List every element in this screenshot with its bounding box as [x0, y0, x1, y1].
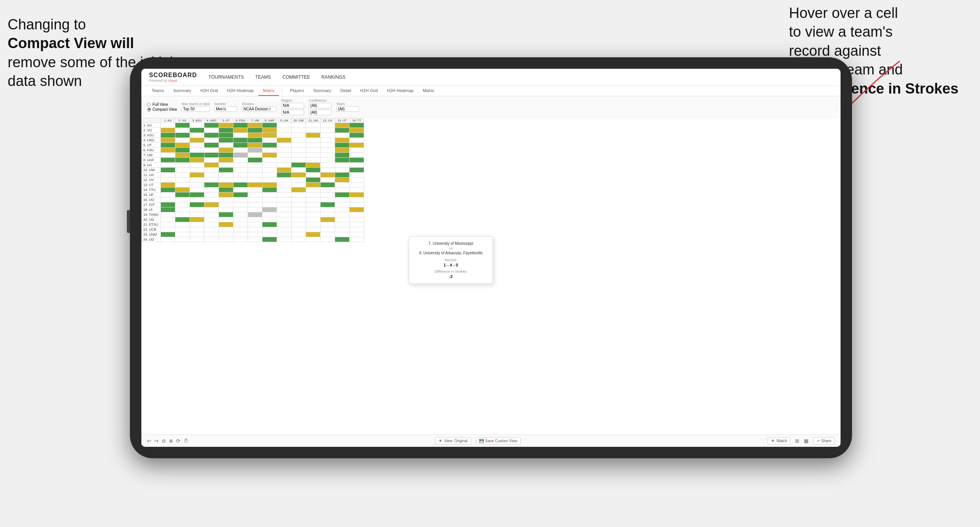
cell-23-10[interactable] — [292, 232, 306, 237]
layout-icon[interactable]: ▦ — [804, 438, 808, 444]
cell-13-14[interactable] — [350, 183, 364, 188]
cell-24-1[interactable] — [161, 237, 175, 242]
cell-6-1[interactable] — [161, 148, 175, 153]
conference-select1[interactable]: (All) — [309, 103, 332, 108]
cell-22-14[interactable] — [350, 227, 364, 232]
cell-5-6[interactable] — [233, 143, 248, 148]
cell-21-6[interactable] — [233, 222, 248, 227]
cell-20-2[interactable] — [175, 217, 190, 222]
cell-10-5[interactable] — [219, 168, 233, 173]
cell-2-6[interactable] — [233, 128, 248, 133]
cell-16-2[interactable] — [175, 197, 190, 202]
cell-6-10[interactable] — [292, 148, 306, 153]
subnav-h2hheatmap1[interactable]: H2H Heatmap — [222, 86, 258, 96]
cell-2-8[interactable] — [262, 128, 277, 133]
cell-8-8[interactable] — [262, 158, 277, 163]
cell-5-11[interactable] — [306, 143, 321, 148]
cell-23-2[interactable] — [175, 232, 190, 237]
cell-16-6[interactable] — [233, 197, 248, 202]
cell-18-3[interactable] — [190, 207, 204, 212]
cell-16-5[interactable] — [219, 197, 233, 202]
cell-24-9[interactable] — [277, 237, 292, 242]
cell-1-13[interactable] — [335, 123, 350, 128]
cell-11-12[interactable] — [321, 173, 335, 178]
cell-4-3[interactable] — [190, 138, 204, 143]
cell-20-5[interactable] — [219, 217, 233, 222]
cell-9-9[interactable] — [277, 163, 292, 168]
cell-21-1[interactable] — [161, 222, 175, 227]
cell-16-1[interactable] — [161, 197, 175, 202]
cell-20-7[interactable] — [248, 217, 262, 222]
cell-5-7[interactable] — [248, 143, 262, 148]
cell-14-10[interactable] — [292, 188, 306, 192]
cell-18-2[interactable] — [175, 207, 190, 212]
cell-18-7[interactable] — [248, 207, 262, 212]
cell-17-14[interactable] — [350, 202, 364, 207]
cell-3-3[interactable] — [190, 133, 204, 138]
cell-6-2[interactable] — [175, 148, 190, 153]
cell-17-2[interactable] — [175, 202, 190, 207]
cell-8-10[interactable] — [292, 158, 306, 163]
share-button[interactable]: ↗ Share — [813, 437, 835, 445]
cell-11-1[interactable] — [161, 173, 175, 178]
cell-1-7[interactable] — [248, 123, 262, 128]
cell-6-11[interactable] — [306, 148, 321, 153]
cell-8-12[interactable] — [321, 158, 335, 163]
cell-5-4[interactable] — [204, 143, 219, 148]
cell-20-11[interactable] — [306, 217, 321, 222]
cell-15-5[interactable] — [219, 192, 233, 197]
cell-20-6[interactable] — [233, 217, 248, 222]
grid-icon[interactable]: ⊞ — [795, 438, 799, 444]
cell-21-7[interactable] — [248, 222, 262, 227]
gender-select[interactable]: Men's — [214, 106, 237, 112]
cell-2-7[interactable] — [248, 128, 262, 133]
cell-13-11[interactable] — [306, 183, 321, 188]
full-view-option[interactable]: Full View — [147, 102, 177, 107]
cell-19-6[interactable] — [233, 212, 248, 217]
subnav-summary2[interactable]: Summary — [309, 86, 336, 96]
nav-committee[interactable]: COMMITTEE — [282, 74, 310, 81]
cell-3-8[interactable] — [262, 133, 277, 138]
cell-6-13[interactable] — [335, 148, 350, 153]
cell-7-3[interactable] — [190, 153, 204, 158]
cell-3-11[interactable] — [306, 133, 321, 138]
nav-rankings[interactable]: RANKINGS — [321, 74, 345, 81]
cell-18-10[interactable] — [292, 207, 306, 212]
cell-7-5[interactable] — [219, 153, 233, 158]
cell-19-7[interactable] — [248, 212, 262, 217]
cell-7-9[interactable] — [277, 153, 292, 158]
cell-14-7[interactable] — [248, 188, 262, 192]
subnav-h2hgrid1[interactable]: H2H Grid — [196, 86, 222, 96]
cell-18-12[interactable] — [321, 207, 335, 212]
cell-9-3[interactable] — [190, 163, 204, 168]
cell-13-8[interactable] — [262, 183, 277, 188]
cell-19-11[interactable] — [306, 212, 321, 217]
cell-17-3[interactable] — [190, 202, 204, 207]
cell-8-6[interactable] — [233, 158, 248, 163]
cell-8-3[interactable] — [190, 158, 204, 163]
cell-12-9[interactable] — [277, 178, 292, 183]
cell-13-4[interactable] — [204, 183, 219, 188]
cell-8-14[interactable] — [350, 158, 364, 163]
cell-22-11[interactable] — [306, 227, 321, 232]
cell-11-9[interactable] — [277, 173, 292, 178]
cell-17-1[interactable] — [161, 202, 175, 207]
cell-16-3[interactable] — [190, 197, 204, 202]
cell-20-4[interactable] — [204, 217, 219, 222]
cell-12-13[interactable] — [335, 178, 350, 183]
subnav-h2hheatmap2[interactable]: H2H Heatmap — [382, 86, 418, 96]
team-select[interactable]: (All) — [336, 106, 359, 112]
cell-3-2[interactable] — [175, 133, 190, 138]
cell-12-10[interactable] — [292, 178, 306, 183]
cell-20-3[interactable] — [190, 217, 204, 222]
cell-4-2[interactable] — [175, 138, 190, 143]
cell-15-2[interactable] — [175, 192, 190, 197]
cell-5-13[interactable] — [335, 143, 350, 148]
cell-22-13[interactable] — [335, 227, 350, 232]
cell-1-5[interactable] — [219, 123, 233, 128]
cell-21-11[interactable] — [306, 222, 321, 227]
redo-icon[interactable]: ↪ — [154, 438, 159, 444]
cell-8-9[interactable] — [277, 158, 292, 163]
cell-12-4[interactable] — [204, 178, 219, 183]
cell-19-5[interactable] — [219, 212, 233, 217]
